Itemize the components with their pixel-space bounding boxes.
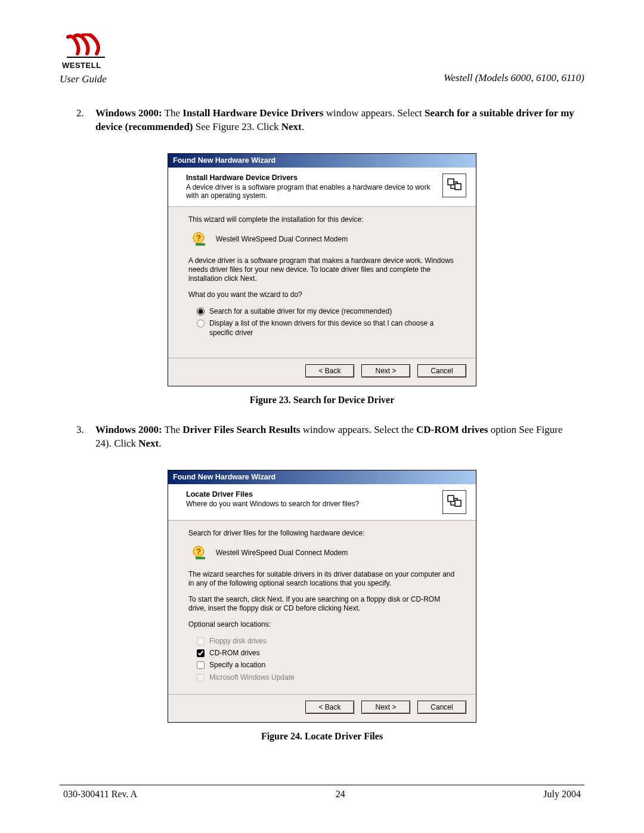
dialog-head: Locate Driver Files Where do you want Wi… [168, 484, 476, 521]
dialog-buttons: < Back Next > Cancel [168, 694, 476, 722]
svg-rect-4 [196, 243, 205, 246]
next-button[interactable]: Next > [361, 364, 410, 377]
check-floppy[interactable]: Floppy disk drives [197, 636, 456, 646]
svg-rect-5 [448, 496, 454, 501]
dialog-head: Install Hardware Device Drivers A device… [168, 168, 476, 207]
step-number: 3. [76, 423, 84, 437]
check-cdrom-input[interactable] [197, 649, 205, 657]
svg-text:?: ? [196, 547, 202, 556]
logo-block: WESTELL User Guide [60, 33, 107, 85]
driver-explain: A device driver is a software program th… [188, 256, 456, 283]
svg-rect-9 [196, 557, 205, 559]
footer-rule [60, 785, 584, 785]
device-name: Westell WireSpeed Dual Connect Modem [216, 235, 348, 243]
svg-rect-0 [448, 179, 454, 185]
figure-23: Found New Hardware Wizard Install Hardwa… [64, 153, 580, 386]
question-icon: ? [192, 231, 208, 247]
page-footer: 030-300411 Rev. A 24 July 2004 [60, 789, 584, 800]
dialog-titlebar: Found New Hardware Wizard [168, 154, 476, 168]
figure-23-caption: Figure 23. Search for Device Driver [64, 395, 580, 405]
radio-display-list[interactable]: Display a list of the known drivers for … [197, 318, 456, 337]
svg-rect-1 [455, 184, 461, 190]
search-instruction: To start the search, click Next. If you … [188, 595, 456, 613]
radio-list-input[interactable] [197, 320, 205, 327]
check-cdrom[interactable]: CD-ROM drives [197, 648, 456, 658]
wizard-intro: This wizard will complete the installati… [188, 215, 456, 224]
page-content: 2. Windows 2000: The Install Hardware De… [60, 107, 584, 742]
dialog-body: This wizard will complete the installati… [168, 207, 476, 358]
dialog-head-sub: A device driver is a software program th… [186, 183, 435, 200]
hardware-icon [442, 174, 466, 197]
dialog-body: Search for driver files for the followin… [168, 521, 476, 694]
footer-rev: 030-300411 Rev. A [63, 789, 137, 800]
svg-text:?: ? [196, 233, 202, 243]
check-specify[interactable]: Specify a location [197, 660, 456, 670]
device-name: Westell WireSpeed Dual Connect Modem [216, 549, 348, 557]
cancel-button[interactable]: Cancel [417, 364, 466, 377]
dialog-titlebar: Found New Hardware Wizard [168, 470, 476, 484]
device-row: ? Westell WireSpeed Dual Connect Modem [192, 545, 456, 561]
radio-search-input[interactable] [197, 308, 205, 315]
dialog-buttons: < Back Next > Cancel [168, 358, 476, 386]
check-floppy-input[interactable] [197, 637, 205, 645]
dialog-locate-files: Found New Hardware Wizard Locate Driver … [168, 470, 476, 723]
step-number: 2. [76, 107, 84, 120]
model-line: Westell (Models 6000, 6100, 6110) [444, 72, 584, 84]
hardware-icon [442, 490, 466, 514]
optional-label: Optional search locations: [188, 620, 456, 629]
wizard-question: What do you want the wizard to do? [188, 290, 456, 299]
footer-page: 24 [336, 789, 345, 800]
guide-title: User Guide [60, 73, 107, 85]
figure-24: Found New Hardware Wizard Locate Driver … [64, 470, 580, 723]
check-specify-input[interactable] [197, 661, 205, 669]
question-icon: ? [192, 545, 208, 561]
next-button[interactable]: Next > [361, 701, 410, 714]
search-explain: The wizard searches for suitable drivers… [188, 570, 456, 588]
cancel-button[interactable]: Cancel [417, 701, 466, 714]
step-3: 3. Windows 2000: The Driver Files Search… [80, 423, 580, 451]
radio-search[interactable]: Search for a suitable driver for my devi… [197, 306, 456, 316]
dialog-head-sub: Where do you want Windows to search for … [186, 500, 435, 508]
page-header: WESTELL User Guide Westell (Models 6000,… [60, 33, 584, 85]
check-windows-update[interactable]: Microsoft Windows Update [197, 673, 456, 682]
back-button[interactable]: < Back [305, 701, 354, 714]
dialog-head-title: Locate Driver Files [186, 490, 435, 498]
back-button[interactable]: < Back [305, 364, 354, 377]
search-intro: Search for driver files for the followin… [188, 529, 456, 538]
logo-text: WESTELL [62, 61, 101, 70]
footer-date: July 2004 [543, 789, 581, 800]
westell-logo-icon [66, 33, 106, 61]
device-row: ? Westell WireSpeed Dual Connect Modem [192, 231, 456, 247]
dialog-head-title: Install Hardware Device Drivers [186, 174, 435, 182]
check-wu-input[interactable] [197, 674, 205, 682]
svg-rect-6 [455, 500, 461, 506]
dialog-install-drivers: Found New Hardware Wizard Install Hardwa… [168, 153, 476, 386]
step-2: 2. Windows 2000: The Install Hardware De… [80, 107, 580, 134]
figure-24-caption: Figure 24. Locate Driver Files [64, 731, 580, 742]
